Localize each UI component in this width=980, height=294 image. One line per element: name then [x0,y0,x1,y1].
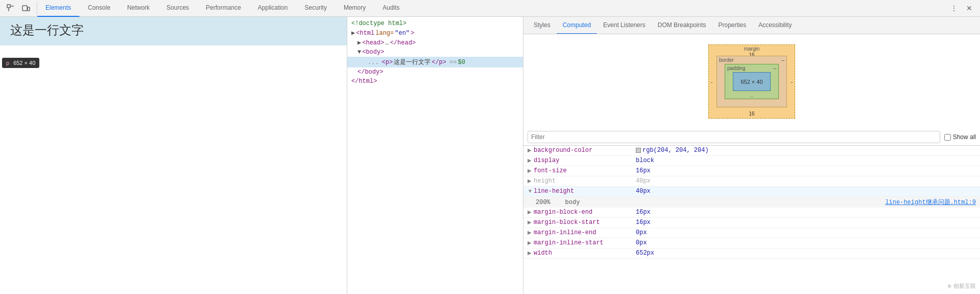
prop-toggle-margin-inline-end[interactable]: ▶ [528,230,534,235]
preview-page: 这是一行文字 p 652 × 40 [0,17,347,294]
filter-input[interactable] [528,131,940,143]
svg-rect-3 [22,6,27,11]
show-all-container: Show all [944,133,976,141]
prop-display[interactable]: ▶ display block [523,156,980,166]
tab-console[interactable]: Console [80,0,119,17]
dom-p-element[interactable]: ... <p>这是一行文字</p> == $0 [347,57,523,67]
dom-head[interactable]: ▶ <head>…</head> [347,38,523,48]
tab-security[interactable]: Security [297,0,336,17]
settings-button[interactable]: ✕ [963,2,976,15]
prop-height[interactable]: ▶ height 40px [523,176,980,187]
tooltip-tag: p [6,60,9,66]
sub-tab-event-listeners[interactable]: Event Listeners [597,17,652,34]
prop-toggle-background-color[interactable]: ▶ [528,147,534,153]
tab-elements[interactable]: Elements [37,0,80,17]
inspect-button[interactable] [4,2,17,15]
box-model-container: margin 16 16 - - border – [523,34,980,129]
prop-toggle-height[interactable]: ▶ [528,178,534,184]
prop-toggle-width[interactable]: ▶ [528,250,534,256]
prop-background-color[interactable]: ▶ background-color rgb(204, 204, 204) [523,146,980,156]
right-panel: Styles Computed Event Listeners DOM Brea… [523,17,980,294]
dom-html[interactable]: ▶ <html lang="en"> [347,28,523,38]
show-all-checkbox[interactable] [944,134,951,141]
margin-right-value: - [791,79,793,84]
svg-rect-4 [28,7,30,11]
element-tooltip: p 652 × 40 [2,58,39,68]
sub-tab-computed[interactable]: Computed [557,17,597,34]
computed-panel: margin 16 16 - - border – [523,34,980,294]
prop-font-size[interactable]: ▶ font-size 16px [523,166,980,176]
dom-tree: <!doctype html> ▶ <html lang="en"> ▶ <he… [347,17,523,294]
margin-bottom-value: 16 [749,111,754,117]
border-value: – [781,57,784,63]
dom-body-open[interactable]: ▼ <body> [347,48,523,57]
box-content: 652 × 40 [733,72,771,91]
dom-html-close[interactable]: </html> [347,77,523,86]
preview-text: 这是一行文字 [10,22,84,38]
margin-label: margin [744,46,760,52]
color-swatch-background-color[interactable] [636,148,641,153]
sub-tab-styles[interactable]: Styles [528,17,557,34]
tab-performance[interactable]: Performance [198,0,250,17]
watermark: ⊕ 创新互联 [947,282,976,290]
device-toggle-button[interactable] [19,2,33,15]
prop-margin-inline-start[interactable]: ▶ margin-inline-start 0px [523,238,980,248]
tab-application[interactable]: Application [250,0,297,17]
prop-toggle-margin-inline-start[interactable]: ▶ [528,240,534,245]
watermark-text: 创新互联 [953,283,976,289]
prop-toggle-line-height[interactable]: ▼ [528,188,534,194]
prop-width[interactable]: ▶ width 652px [523,248,980,259]
tab-audits[interactable]: Audits [374,0,408,17]
prop-toggle-font-size[interactable]: ▶ [528,168,534,173]
tab-memory[interactable]: Memory [336,0,374,17]
properties-list: ▶ background-color rgb(204, 204, 204) ▶ … [523,146,980,294]
padding-value: – [773,65,776,71]
prop-toggle-margin-block-start[interactable]: ▶ [528,219,534,225]
tooltip-size: 652 × 40 [13,60,35,66]
prop-line-height-sub: 200% body line-height继承问题.html:9 [523,197,980,208]
tab-network[interactable]: Network [119,0,158,17]
prop-margin-block-start[interactable]: ▶ margin-block-start 16px [523,218,980,228]
sub-tab-accessibility[interactable]: Accessibility [752,17,798,34]
padding-label: padding [727,65,746,71]
toolbar-icons [0,2,37,15]
toolbar-more: ⋮ ✕ [943,2,980,15]
devtools-toolbar: Elements Console Network Sources Perform… [0,0,980,17]
line-height-source-link[interactable]: line-height继承问题.html:9 [885,198,976,207]
filter-bar: Show all [523,129,980,146]
sub-tabs: Styles Computed Event Listeners DOM Brea… [523,17,980,34]
prop-line-height[interactable]: ▼ line-height 40px [523,187,980,197]
dom-doctype[interactable]: <!doctype html> [347,19,523,28]
prop-margin-block-end[interactable]: ▶ margin-block-end 16px [523,208,980,218]
tab-sources[interactable]: Sources [158,0,198,17]
panel-tabs: Elements Console Network Sources Perform… [37,0,943,17]
show-all-label[interactable]: Show all [953,133,976,141]
preview-pane: 这是一行文字 p 652 × 40 [0,17,347,294]
box-content-size: 652 × 40 [740,79,762,85]
prop-margin-inline-end[interactable]: ▶ margin-inline-end 0px [523,228,980,238]
watermark-logo: ⊕ [947,283,952,289]
dom-body-close[interactable]: </body> [347,67,523,77]
border-label: border [719,57,734,63]
svg-rect-0 [7,5,10,8]
sub-tab-dom-breakpoints[interactable]: DOM Breakpoints [652,17,712,34]
dom-pane: <!doctype html> ▶ <html lang="en"> ▶ <he… [347,17,523,294]
box-bottom-minus: – [733,93,771,99]
margin-left-value: - [711,79,712,84]
prop-toggle-display[interactable]: ▶ [528,157,534,163]
sub-tab-properties[interactable]: Properties [712,17,752,34]
more-tools-button[interactable]: ⋮ [947,2,961,15]
prop-toggle-margin-block-end[interactable]: ▶ [528,209,534,215]
main-content: 这是一行文字 p 652 × 40 <!doctype html> ▶ <htm… [0,17,980,294]
